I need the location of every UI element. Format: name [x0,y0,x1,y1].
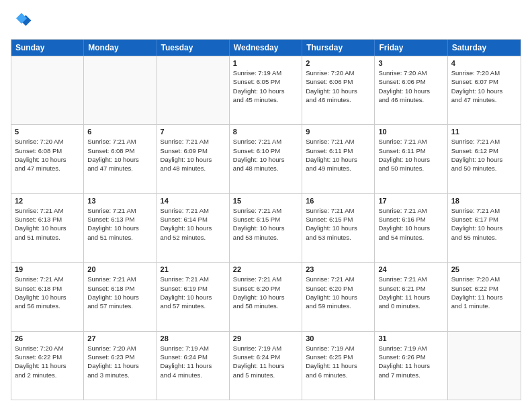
day-number: 18 [451,197,517,205]
day-cell: 11Sunrise: 7:21 AM Sunset: 6:12 PM Dayli… [448,125,521,193]
day-info: Sunrise: 7:21 AM Sunset: 6:21 PM Dayligh… [378,275,443,310]
day-cell: 20Sunrise: 7:21 AM Sunset: 6:18 PM Dayli… [84,263,157,330]
day-info: Sunrise: 7:21 AM Sunset: 6:18 PM Dayligh… [15,275,80,310]
day-cell: 4Sunrise: 7:20 AM Sunset: 6:07 PM Daylig… [448,56,521,124]
day-cell: 16Sunrise: 7:21 AM Sunset: 6:15 PM Dayli… [302,194,375,262]
day-info: Sunrise: 7:21 AM Sunset: 6:09 PM Dayligh… [161,137,226,173]
day-number: 26 [15,334,80,342]
calendar-header-row: SundayMondayTuesdayWednesdayThursdayFrid… [11,40,521,56]
weekday-header: Monday [84,40,157,56]
day-cell: 25Sunrise: 7:20 AM Sunset: 6:22 PM Dayli… [448,263,521,330]
day-info: Sunrise: 7:21 AM Sunset: 6:12 PM Dayligh… [451,137,517,173]
day-info: Sunrise: 7:20 AM Sunset: 6:22 PM Dayligh… [451,275,517,310]
day-cell: 29Sunrise: 7:19 AM Sunset: 6:24 PM Dayli… [230,332,302,400]
day-cell: 6Sunrise: 7:21 AM Sunset: 6:08 PM Daylig… [84,125,157,193]
page: SundayMondayTuesdayWednesdayThursdayFrid… [0,0,532,411]
calendar-week-row: 1Sunrise: 7:19 AM Sunset: 6:05 PM Daylig… [11,56,521,124]
day-cell: 22Sunrise: 7:21 AM Sunset: 6:20 PM Dayli… [230,263,302,330]
calendar: SundayMondayTuesdayWednesdayThursdayFrid… [11,39,521,400]
day-cell: 21Sunrise: 7:21 AM Sunset: 6:19 PM Dayli… [157,263,230,330]
day-number: 13 [87,197,152,205]
day-number: 29 [233,334,298,342]
day-info: Sunrise: 7:20 AM Sunset: 6:08 PM Dayligh… [15,137,80,173]
empty-day-cell [84,56,157,124]
empty-day-cell [157,56,230,124]
day-info: Sunrise: 7:19 AM Sunset: 6:26 PM Dayligh… [378,344,443,379]
day-number: 27 [87,334,152,342]
day-number: 31 [378,334,443,342]
day-info: Sunrise: 7:19 AM Sunset: 6:25 PM Dayligh… [306,344,371,379]
day-info: Sunrise: 7:21 AM Sunset: 6:11 PM Dayligh… [378,137,443,173]
day-number: 7 [161,128,226,136]
weekday-header: Friday [375,40,447,56]
day-cell: 27Sunrise: 7:20 AM Sunset: 6:23 PM Dayli… [84,332,157,400]
logo-icon [11,11,32,32]
day-number: 23 [306,265,371,273]
day-info: Sunrise: 7:19 AM Sunset: 6:24 PM Dayligh… [161,344,226,379]
day-cell: 1Sunrise: 7:19 AM Sunset: 6:05 PM Daylig… [230,56,302,124]
day-number: 14 [161,197,226,205]
day-cell: 7Sunrise: 7:21 AM Sunset: 6:09 PM Daylig… [157,125,230,193]
day-number: 24 [378,265,443,273]
day-number: 28 [161,334,226,342]
weekday-header: Tuesday [157,40,230,56]
empty-day-cell [448,332,521,400]
day-info: Sunrise: 7:20 AM Sunset: 6:06 PM Dayligh… [306,68,371,104]
day-number: 21 [161,265,226,273]
day-number: 22 [233,265,298,273]
calendar-week-row: 5Sunrise: 7:20 AM Sunset: 6:08 PM Daylig… [11,124,521,193]
header [11,11,521,32]
day-number: 3 [378,59,443,67]
day-cell: 19Sunrise: 7:21 AM Sunset: 6:18 PM Dayli… [11,263,84,330]
day-cell: 26Sunrise: 7:20 AM Sunset: 6:22 PM Dayli… [11,332,84,400]
calendar-week-row: 26Sunrise: 7:20 AM Sunset: 6:22 PM Dayli… [11,331,521,400]
day-info: Sunrise: 7:21 AM Sunset: 6:10 PM Dayligh… [233,137,298,173]
day-info: Sunrise: 7:21 AM Sunset: 6:13 PM Dayligh… [87,206,152,242]
day-cell: 2Sunrise: 7:20 AM Sunset: 6:06 PM Daylig… [302,56,375,124]
day-info: Sunrise: 7:20 AM Sunset: 6:23 PM Dayligh… [87,344,152,379]
day-cell: 3Sunrise: 7:20 AM Sunset: 6:06 PM Daylig… [375,56,447,124]
day-cell: 9Sunrise: 7:21 AM Sunset: 6:11 PM Daylig… [302,125,375,193]
day-cell: 12Sunrise: 7:21 AM Sunset: 6:13 PM Dayli… [11,194,84,262]
day-number: 10 [378,128,443,136]
day-info: Sunrise: 7:19 AM Sunset: 6:05 PM Dayligh… [233,68,298,104]
weekday-header: Sunday [11,40,84,56]
day-cell: 10Sunrise: 7:21 AM Sunset: 6:11 PM Dayli… [375,125,447,193]
day-cell: 30Sunrise: 7:19 AM Sunset: 6:25 PM Dayli… [302,332,375,400]
day-cell: 28Sunrise: 7:19 AM Sunset: 6:24 PM Dayli… [157,332,230,400]
day-info: Sunrise: 7:21 AM Sunset: 6:20 PM Dayligh… [233,275,298,310]
calendar-week-row: 19Sunrise: 7:21 AM Sunset: 6:18 PM Dayli… [11,262,521,330]
weekday-header: Thursday [302,40,375,56]
day-number: 19 [15,265,80,273]
day-number: 9 [306,128,371,136]
day-number: 12 [15,197,80,205]
day-info: Sunrise: 7:21 AM Sunset: 6:20 PM Dayligh… [306,275,371,310]
calendar-week-row: 12Sunrise: 7:21 AM Sunset: 6:13 PM Dayli… [11,193,521,262]
day-number: 4 [451,59,517,67]
day-cell: 5Sunrise: 7:20 AM Sunset: 6:08 PM Daylig… [11,125,84,193]
empty-day-cell [11,56,84,124]
day-number: 8 [233,128,298,136]
weekday-header: Saturday [448,40,521,56]
day-info: Sunrise: 7:21 AM Sunset: 6:13 PM Dayligh… [15,206,80,242]
day-cell: 31Sunrise: 7:19 AM Sunset: 6:26 PM Dayli… [375,332,447,400]
day-info: Sunrise: 7:21 AM Sunset: 6:14 PM Dayligh… [161,206,226,242]
day-info: Sunrise: 7:20 AM Sunset: 6:06 PM Dayligh… [378,68,443,104]
day-cell: 24Sunrise: 7:21 AM Sunset: 6:21 PM Dayli… [375,263,447,330]
day-number: 11 [451,128,517,136]
day-info: Sunrise: 7:19 AM Sunset: 6:24 PM Dayligh… [233,344,298,379]
day-info: Sunrise: 7:21 AM Sunset: 6:16 PM Dayligh… [378,206,443,242]
day-cell: 15Sunrise: 7:21 AM Sunset: 6:15 PM Dayli… [230,194,302,262]
day-number: 30 [306,334,371,342]
day-info: Sunrise: 7:21 AM Sunset: 6:08 PM Dayligh… [87,137,152,173]
logo [11,11,35,32]
day-cell: 14Sunrise: 7:21 AM Sunset: 6:14 PM Dayli… [157,194,230,262]
weekday-header: Wednesday [230,40,302,56]
day-number: 25 [451,265,517,273]
day-cell: 8Sunrise: 7:21 AM Sunset: 6:10 PM Daylig… [230,125,302,193]
day-number: 2 [306,59,371,67]
day-number: 16 [306,197,371,205]
day-cell: 17Sunrise: 7:21 AM Sunset: 6:16 PM Dayli… [375,194,447,262]
day-cell: 18Sunrise: 7:21 AM Sunset: 6:17 PM Dayli… [448,194,521,262]
day-info: Sunrise: 7:21 AM Sunset: 6:19 PM Dayligh… [161,275,226,310]
